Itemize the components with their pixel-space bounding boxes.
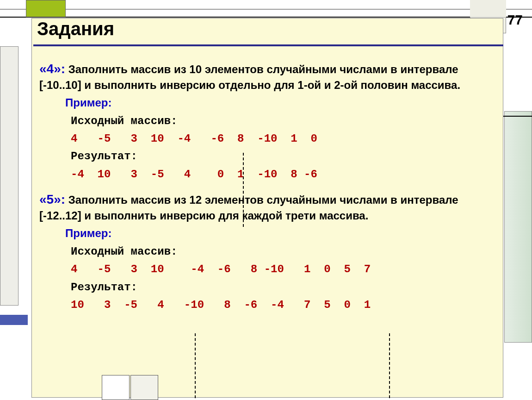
source-array-values: 4 -5 3 10 -4 -6 8 -10 1 0 5 7 (71, 261, 497, 278)
task-4: «4»: Заполнить массив из 10 элементов сл… (39, 60, 497, 183)
grade-label-5: «5»: (39, 192, 65, 206)
page-number: 77 (507, 12, 523, 28)
decor-side-right (504, 111, 532, 343)
decor-box (102, 375, 130, 400)
decor-line (0, 9, 532, 10)
result-label: Результат: (71, 279, 497, 296)
divider-dashed (389, 333, 390, 398)
example-label: Пример: (65, 95, 497, 110)
title-underline (33, 44, 503, 46)
decor-line (0, 17, 532, 18)
result-label: Результат: (71, 148, 497, 165)
source-array-values: 4 -5 3 10 -4 -6 8 -10 1 0 (71, 130, 497, 148)
source-array-label: Исходный массив: (71, 243, 497, 261)
task-text-5: Заполнить массив из 12 элементов случайн… (39, 194, 458, 222)
task-text-4: Заполнить массив из 10 элементов случайн… (39, 63, 460, 91)
divider-dashed (243, 153, 244, 227)
divider-dashed (195, 333, 196, 398)
page-title: Задания (37, 19, 114, 39)
source-array-label: Исходный массив: (71, 112, 497, 130)
decor-blue-bar (0, 315, 28, 325)
decor-box-gray (470, 0, 506, 18)
decor-side-left (0, 46, 19, 306)
task-5: «5»: Заполнить массив из 12 элементов сл… (39, 191, 497, 314)
result-values: 10 3 -5 4 -10 8 -6 -4 7 5 0 1 (71, 296, 497, 314)
decor-box (130, 375, 158, 400)
decor-box-olive (26, 0, 66, 17)
example-label: Пример: (65, 226, 497, 241)
grade-label-4: «4»: (39, 62, 65, 76)
result-values: -4 10 3 -5 4 0 1 -10 8 -6 (71, 166, 497, 183)
